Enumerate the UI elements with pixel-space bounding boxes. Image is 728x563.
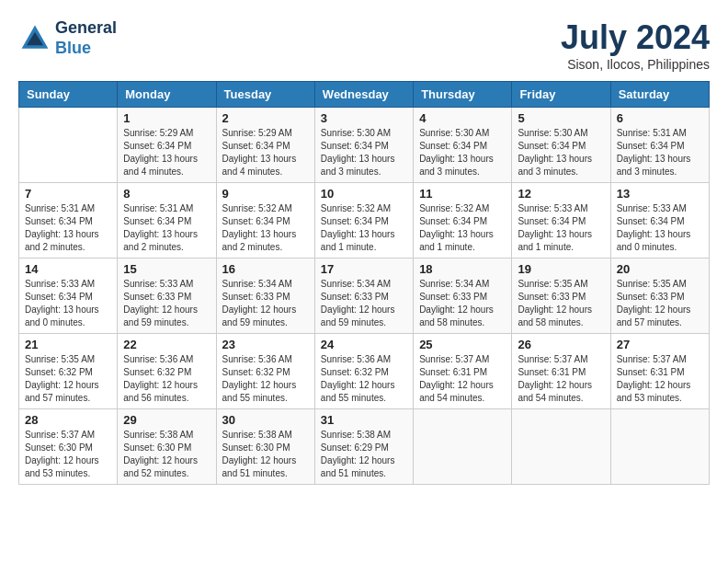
calendar-cell: 15Sunrise: 5:33 AM Sunset: 6:33 PM Dayli… [118,259,216,334]
calendar-cell: 2Sunrise: 5:29 AM Sunset: 6:34 PM Daylig… [216,108,314,183]
calendar-cell: 17Sunrise: 5:34 AM Sunset: 6:33 PM Dayli… [314,259,413,334]
day-number: 21 [25,338,111,351]
day-info: Sunrise: 5:34 AM Sunset: 6:33 PM Dayligh… [222,278,309,329]
day-info: Sunrise: 5:33 AM Sunset: 6:34 PM Dayligh… [518,202,604,254]
day-info: Sunrise: 5:35 AM Sunset: 6:33 PM Dayligh… [617,278,703,329]
calendar-cell: 1Sunrise: 5:29 AM Sunset: 6:34 PM Daylig… [118,108,216,183]
calendar-week-3: 14Sunrise: 5:33 AM Sunset: 6:34 PM Dayli… [19,259,710,334]
day-number: 23 [222,338,309,351]
page-header: General Blue July 2024 Sison, Ilocos, Ph… [18,18,710,72]
day-info: Sunrise: 5:34 AM Sunset: 6:33 PM Dayligh… [321,278,407,329]
day-info: Sunrise: 5:37 AM Sunset: 6:31 PM Dayligh… [617,353,703,405]
day-info: Sunrise: 5:35 AM Sunset: 6:32 PM Dayligh… [25,353,111,405]
calendar-cell [512,409,610,485]
day-info: Sunrise: 5:36 AM Sunset: 6:32 PM Dayligh… [222,353,309,405]
day-info: Sunrise: 5:34 AM Sunset: 6:33 PM Dayligh… [419,278,506,329]
calendar-cell: 7Sunrise: 5:31 AM Sunset: 6:34 PM Daylig… [19,183,118,259]
day-info: Sunrise: 5:32 AM Sunset: 6:34 PM Dayligh… [222,202,309,254]
calendar-cell: 27Sunrise: 5:37 AM Sunset: 6:31 PM Dayli… [610,334,709,409]
day-number: 27 [617,338,703,351]
calendar-cell: 24Sunrise: 5:36 AM Sunset: 6:32 PM Dayli… [314,334,413,409]
calendar-cell: 8Sunrise: 5:31 AM Sunset: 6:34 PM Daylig… [118,183,216,259]
day-info: Sunrise: 5:35 AM Sunset: 6:33 PM Dayligh… [518,278,604,329]
calendar-table: SundayMondayTuesdayWednesdayThursdayFrid… [18,81,710,485]
day-info: Sunrise: 5:38 AM Sunset: 6:30 PM Dayligh… [222,429,309,480]
day-number: 26 [518,338,604,351]
calendar-cell: 6Sunrise: 5:31 AM Sunset: 6:34 PM Daylig… [610,108,709,183]
calendar-cell: 16Sunrise: 5:34 AM Sunset: 6:33 PM Dayli… [216,259,314,334]
calendar-cell: 28Sunrise: 5:37 AM Sunset: 6:30 PM Dayli… [19,409,118,485]
day-number: 8 [123,187,210,201]
day-number: 18 [419,262,506,276]
day-number: 6 [617,111,703,125]
calendar-cell [610,409,709,485]
day-number: 15 [123,262,210,276]
day-info: Sunrise: 5:33 AM Sunset: 6:33 PM Dayligh… [123,278,210,329]
weekday-header-sunday: Sunday [19,82,118,108]
calendar-week-2: 7Sunrise: 5:31 AM Sunset: 6:34 PM Daylig… [19,183,710,259]
day-number: 22 [123,338,210,351]
day-number: 9 [222,187,309,201]
day-info: Sunrise: 5:36 AM Sunset: 6:32 PM Dayligh… [123,353,210,405]
logo: General Blue [18,18,117,58]
day-number: 12 [518,187,604,201]
day-info: Sunrise: 5:33 AM Sunset: 6:34 PM Dayligh… [25,278,111,329]
calendar-cell: 13Sunrise: 5:33 AM Sunset: 6:34 PM Dayli… [610,183,709,259]
day-number: 24 [321,338,407,351]
calendar-cell: 31Sunrise: 5:38 AM Sunset: 6:29 PM Dayli… [314,409,413,485]
calendar-cell: 10Sunrise: 5:32 AM Sunset: 6:34 PM Dayli… [314,183,413,259]
calendar-week-5: 28Sunrise: 5:37 AM Sunset: 6:30 PM Dayli… [19,409,710,485]
calendar-cell: 18Sunrise: 5:34 AM Sunset: 6:33 PM Dayli… [414,259,512,334]
calendar-body: 1Sunrise: 5:29 AM Sunset: 6:34 PM Daylig… [19,108,710,485]
calendar-week-4: 21Sunrise: 5:35 AM Sunset: 6:32 PM Dayli… [19,334,710,409]
day-number: 20 [617,262,703,276]
day-number: 28 [25,413,111,427]
weekday-header-friday: Friday [512,82,610,108]
day-number: 7 [25,187,111,201]
day-info: Sunrise: 5:29 AM Sunset: 6:34 PM Dayligh… [222,127,309,178]
calendar-cell: 5Sunrise: 5:30 AM Sunset: 6:34 PM Daylig… [512,108,610,183]
day-number: 11 [419,187,506,201]
day-number: 29 [123,413,210,427]
weekday-header-saturday: Saturday [610,82,709,108]
calendar-cell [19,108,118,183]
calendar-cell: 12Sunrise: 5:33 AM Sunset: 6:34 PM Dayli… [512,183,610,259]
day-info: Sunrise: 5:38 AM Sunset: 6:30 PM Dayligh… [123,429,210,480]
calendar-cell: 11Sunrise: 5:32 AM Sunset: 6:34 PM Dayli… [414,183,512,259]
calendar-cell [414,409,512,485]
title-section: July 2024 Sison, Ilocos, Philippines [561,18,710,72]
weekday-header-row: SundayMondayTuesdayWednesdayThursdayFrid… [19,82,710,108]
calendar-cell: 23Sunrise: 5:36 AM Sunset: 6:32 PM Dayli… [216,334,314,409]
weekday-header-wednesday: Wednesday [314,82,413,108]
logo-text: General Blue [55,18,117,58]
calendar-cell: 30Sunrise: 5:38 AM Sunset: 6:30 PM Dayli… [216,409,314,485]
day-info: Sunrise: 5:37 AM Sunset: 6:31 PM Dayligh… [419,353,506,405]
day-number: 30 [222,413,309,427]
day-info: Sunrise: 5:37 AM Sunset: 6:30 PM Dayligh… [25,429,111,480]
calendar-cell: 29Sunrise: 5:38 AM Sunset: 6:30 PM Dayli… [118,409,216,485]
calendar-cell: 26Sunrise: 5:37 AM Sunset: 6:31 PM Dayli… [512,334,610,409]
day-number: 14 [25,262,111,276]
day-number: 13 [617,187,703,201]
day-info: Sunrise: 5:31 AM Sunset: 6:34 PM Dayligh… [617,127,703,178]
calendar-cell: 22Sunrise: 5:36 AM Sunset: 6:32 PM Dayli… [118,334,216,409]
day-info: Sunrise: 5:36 AM Sunset: 6:32 PM Dayligh… [321,353,407,405]
day-number: 4 [419,111,506,125]
weekday-header-thursday: Thursday [414,82,512,108]
day-number: 25 [419,338,506,351]
day-info: Sunrise: 5:32 AM Sunset: 6:34 PM Dayligh… [321,202,407,254]
calendar-cell: 19Sunrise: 5:35 AM Sunset: 6:33 PM Dayli… [512,259,610,334]
day-number: 5 [518,111,604,125]
day-number: 1 [123,111,210,125]
calendar-cell: 14Sunrise: 5:33 AM Sunset: 6:34 PM Dayli… [19,259,118,334]
weekday-header-tuesday: Tuesday [216,82,314,108]
day-number: 17 [321,262,407,276]
calendar-cell: 3Sunrise: 5:30 AM Sunset: 6:34 PM Daylig… [314,108,413,183]
day-info: Sunrise: 5:31 AM Sunset: 6:34 PM Dayligh… [25,202,111,254]
day-number: 19 [518,262,604,276]
day-info: Sunrise: 5:38 AM Sunset: 6:29 PM Dayligh… [321,429,407,480]
day-info: Sunrise: 5:30 AM Sunset: 6:34 PM Dayligh… [321,127,407,178]
logo-icon [18,22,51,55]
day-info: Sunrise: 5:37 AM Sunset: 6:31 PM Dayligh… [518,353,604,405]
day-number: 16 [222,262,309,276]
